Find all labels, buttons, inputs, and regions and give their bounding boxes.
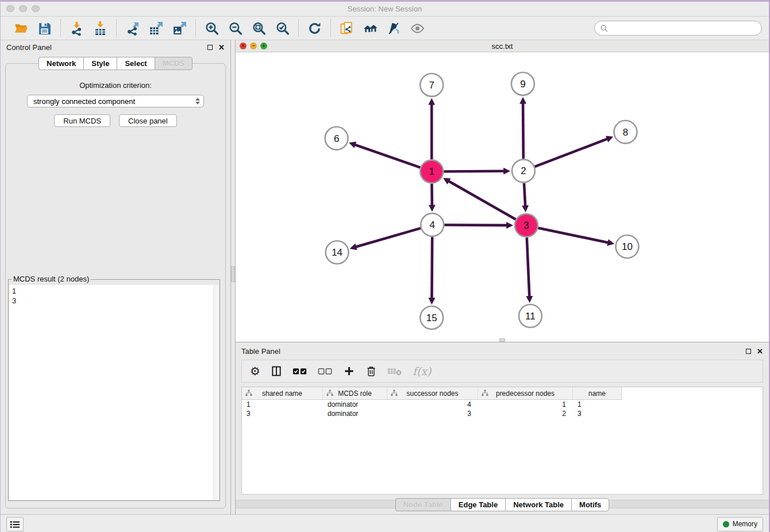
mcds-result-text[interactable]: 1 3	[9, 285, 219, 500]
graph-node-3[interactable]: 3	[515, 214, 538, 237]
graph-edge-3-11[interactable]	[527, 237, 530, 297]
open-file-icon[interactable]	[13, 21, 29, 36]
graph-node-1[interactable]: 1	[420, 160, 443, 183]
tab-edge-table[interactable]: Edge Table	[451, 498, 505, 511]
splitter-handle[interactable]	[231, 266, 235, 282]
close-table-panel-icon[interactable]: ✕	[757, 348, 763, 355]
run-mcds-button[interactable]: Run MCDS	[54, 114, 110, 127]
tab-motifs[interactable]: Motifs	[571, 498, 609, 511]
import-network-icon[interactable]	[69, 21, 84, 36]
column-header-name[interactable]: name	[573, 387, 622, 399]
refresh-icon[interactable]	[307, 21, 322, 36]
split-columns-icon[interactable]	[271, 364, 282, 378]
save-session-icon[interactable]	[37, 21, 52, 36]
table-cell[interactable]: 1	[242, 400, 323, 409]
graph-node-7[interactable]: 7	[420, 74, 443, 97]
toolbar-group	[330, 20, 433, 37]
tab-network-table[interactable]: Network Table	[505, 498, 571, 511]
network-maximize-icon[interactable]: +	[260, 43, 267, 49]
search-box	[594, 21, 762, 36]
network-canvas[interactable]: 7968124314101511	[236, 52, 769, 342]
delete-column-icon[interactable]	[365, 364, 377, 378]
zoom-out-icon[interactable]	[228, 21, 243, 36]
panel-splitter[interactable]	[230, 40, 236, 514]
layout-icon[interactable]	[363, 21, 378, 36]
graph-node-14[interactable]: 14	[326, 241, 349, 264]
task-history-button[interactable]	[6, 517, 24, 531]
float-table-panel-icon[interactable]	[746, 349, 751, 354]
deselect-all-icon[interactable]	[318, 364, 333, 378]
zoom-selected-icon[interactable]	[275, 21, 290, 36]
graph-node-8[interactable]: 8	[614, 121, 637, 144]
graph-edge-2-9[interactable]	[523, 103, 523, 159]
graph-edge-4-15[interactable]	[432, 237, 432, 299]
svg-text:14: 14	[332, 247, 342, 258]
graph-edge-1-6[interactable]	[355, 145, 421, 168]
export-image-icon[interactable]	[172, 21, 187, 36]
table-cell[interactable]: dominator	[323, 400, 387, 409]
minimize-window-button[interactable]	[19, 5, 27, 12]
close-window-button[interactable]	[6, 5, 14, 12]
hide-icon[interactable]	[410, 21, 425, 36]
control-tab-network[interactable]: Network	[38, 57, 83, 70]
table-cell[interactable]: 3	[242, 409, 323, 418]
graph-node-10[interactable]: 10	[616, 235, 639, 258]
table-cell[interactable]: 1	[478, 400, 573, 409]
zoom-in-icon[interactable]	[204, 21, 220, 36]
canvas-resize-handle[interactable]	[499, 338, 505, 342]
column-header-successor-nodes[interactable]: successor nodes	[387, 387, 478, 399]
column-header-predecessor-nodes[interactable]: predecessor nodes	[478, 387, 573, 399]
network-minimize-icon[interactable]: –	[250, 43, 257, 49]
graph-node-11[interactable]: 11	[519, 304, 542, 327]
clone-network-icon[interactable]	[339, 21, 355, 36]
table-cell[interactable]: 1	[573, 400, 622, 409]
tab-node-table[interactable]: Node Table	[395, 498, 451, 511]
network-close-icon[interactable]: ×	[240, 43, 247, 49]
control-panel-title: Control Panel	[6, 43, 52, 52]
graph-edge-4-3[interactable]	[444, 225, 507, 225]
graph-edge-1-2[interactable]	[444, 171, 505, 172]
table-cell[interactable]: 4	[387, 400, 478, 409]
graph-edge-3-10[interactable]	[538, 228, 609, 243]
float-panel-icon[interactable]	[207, 45, 213, 50]
control-tab-style[interactable]: Style	[83, 57, 117, 70]
export-network-icon[interactable]	[125, 21, 140, 36]
svg-text:3: 3	[523, 220, 529, 231]
maximize-window-button[interactable]	[32, 5, 40, 12]
graph-edge-3-1[interactable]	[448, 181, 516, 219]
optimization-criterion-dropdown[interactable]: strongly connected component	[27, 95, 204, 107]
result-scrollbar[interactable]	[213, 285, 219, 500]
column-header-MCDS-role[interactable]: MCDS role	[323, 387, 387, 399]
memory-button[interactable]: Memory	[717, 517, 763, 531]
table-cell[interactable]: dominator	[323, 409, 387, 418]
table-row[interactable]: 1dominator411	[242, 400, 622, 409]
close-panel-icon[interactable]: ✕	[218, 44, 225, 51]
table-cell[interactable]: 2	[478, 409, 573, 418]
style-icon[interactable]	[386, 21, 402, 36]
graph-node-6[interactable]: 6	[325, 127, 348, 150]
graph-edge-4-14[interactable]	[355, 228, 421, 247]
memory-label: Memory	[733, 520, 757, 528]
import-table-icon[interactable]	[93, 21, 108, 36]
table-row[interactable]: 3dominator323	[242, 409, 622, 418]
graph-node-9[interactable]: 9	[511, 72, 534, 95]
close-panel-button[interactable]: Close panel	[119, 114, 177, 127]
zoom-fit-icon[interactable]	[251, 21, 267, 36]
add-column-icon[interactable]	[343, 364, 355, 378]
table-settings-icon[interactable]: ⚙	[250, 364, 260, 378]
select-all-icon[interactable]	[292, 364, 307, 378]
search-input[interactable]	[611, 24, 756, 33]
graph-node-2[interactable]: 2	[512, 160, 535, 183]
graph-edge-2-8[interactable]	[534, 138, 607, 167]
graph-node-15[interactable]: 15	[420, 306, 443, 329]
table-cell[interactable]: 3	[387, 409, 478, 418]
column-header-shared-name[interactable]: shared name	[242, 387, 323, 399]
svg-text:15: 15	[426, 313, 437, 323]
control-tab-mcds[interactable]: MCDS	[155, 57, 192, 70]
mcds-result-title: MCDS result (2 nodes)	[11, 275, 91, 283]
graph-node-4[interactable]: 4	[421, 213, 444, 236]
graph-edge-2-3[interactable]	[524, 183, 525, 207]
control-tab-select[interactable]: Select	[117, 57, 154, 70]
table-cell[interactable]: 3	[573, 409, 622, 418]
export-table-icon[interactable]	[148, 21, 164, 36]
